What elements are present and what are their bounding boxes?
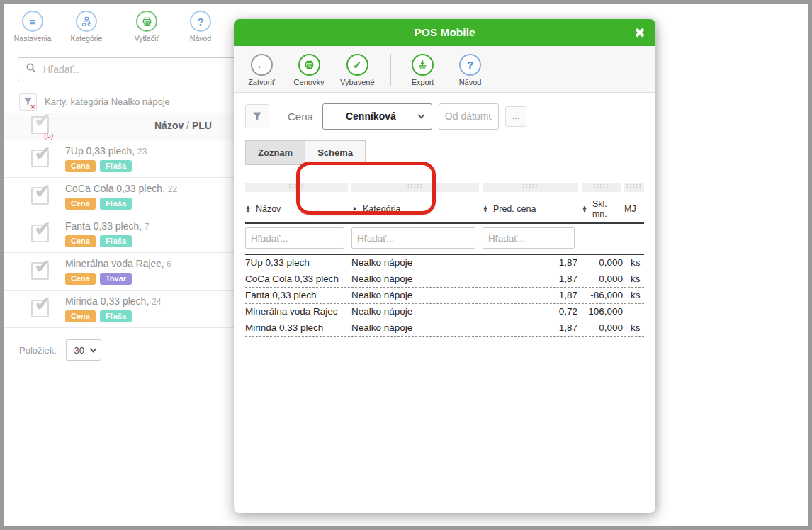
price-filter-row: Cena Cenníková ... xyxy=(245,103,644,130)
sort-arrows-icon: ▲▼ xyxy=(351,207,358,211)
dialog-button-vybavene[interactable]: ✓ Vybavené xyxy=(340,54,375,86)
table-row[interactable]: 7Up 0,33 plech Nealko nápoje 1,87 0,000 … xyxy=(245,255,644,271)
item-checkbox[interactable]: ✔ xyxy=(31,262,49,280)
cell-kategoria: Nealko nápoje xyxy=(351,274,483,284)
more-options-button[interactable]: ... xyxy=(505,106,526,127)
toolbar-button-kategorie[interactable]: Kategórie xyxy=(64,11,109,43)
sort-by-plu-link[interactable]: PLU xyxy=(192,120,212,131)
dialog-button-zatvorit[interactable]: ← Zatvoriť xyxy=(245,54,278,86)
table-row[interactable]: Minerálna voda Rajec Nealko nápoje 0,72 … xyxy=(245,304,644,320)
filter-nazov-input[interactable] xyxy=(245,227,344,249)
item-checkbox[interactable]: ✔ xyxy=(31,150,49,167)
search-input[interactable] xyxy=(43,64,237,75)
item-name: Mirinda 0,33 plech, xyxy=(65,295,149,307)
badge: Cena xyxy=(65,310,96,322)
dialog-button-cenovky[interactable]: Cenovky xyxy=(293,54,325,86)
cell-pred-cena: 1,87 xyxy=(483,257,582,268)
item-checkbox[interactable]: ✔ xyxy=(31,225,49,242)
cell-mj: ks xyxy=(624,322,644,333)
item-plu: 22 xyxy=(168,184,177,194)
price-type-select[interactable]: Cenníková xyxy=(322,103,432,130)
dialog-button-navod[interactable]: ? Návod xyxy=(454,54,487,86)
sidebar-search[interactable] xyxy=(18,57,244,81)
column-resize-row: ::::: ::::: ::::: ::::: ::::: xyxy=(245,183,644,192)
badge: Fľaša xyxy=(100,198,132,210)
item-plu: 24 xyxy=(152,297,161,307)
column-grip-handle[interactable]: ::::: xyxy=(582,183,621,192)
categories-sitemap-icon xyxy=(76,11,97,32)
dialog-button-export[interactable]: xml Export xyxy=(407,54,439,86)
page-size-select[interactable]: 30 xyxy=(66,339,101,361)
selected-count: (5) xyxy=(44,131,53,140)
filter-kategoria-input[interactable] xyxy=(351,227,475,249)
table-filter-row xyxy=(245,224,644,255)
cell-mj: ks xyxy=(624,257,644,268)
filter-title: Karty, kategória Nealko nápoje xyxy=(45,96,170,107)
dialog-body: Cena Cenníková ... Zoznam Schéma ::::: :… xyxy=(234,93,655,513)
help-icon: ? xyxy=(190,11,211,32)
item-name: Minerálna voda Rajec, xyxy=(65,258,164,269)
cell-nazov: Minerálna voda Rajec xyxy=(245,306,351,317)
column-grip-handle[interactable]: ::::: xyxy=(351,183,479,192)
table-header-row: ▲▼ Názov ▲▼ Kategória ▲▼ Pred. cena ▲▼ S… xyxy=(245,195,644,224)
check-icon: ✓ xyxy=(346,54,368,76)
column-header-kategoria[interactable]: ▲▼ Kategória xyxy=(351,204,483,214)
help-icon: ? xyxy=(459,54,481,76)
cell-kategoria: Nealko nápoje xyxy=(351,322,483,333)
sort-arrows-icon: ▲▼ xyxy=(582,205,587,213)
table-row[interactable]: Mirinda 0,33 plech Nealko nápoje 1,87 0,… xyxy=(245,320,644,337)
column-grip-handle[interactable]: ::::: xyxy=(624,183,644,192)
search-icon xyxy=(26,62,37,77)
badge: Fľaša xyxy=(100,235,132,247)
dialog-toolbar: ← Zatvoriť Cenovky ✓ Vybavené xml Export xyxy=(234,46,655,93)
sort-by-nazov-link[interactable]: Názov xyxy=(154,120,184,131)
cell-nazov: CoCa Cola 0,33 plech xyxy=(245,274,351,284)
column-grip-handle[interactable]: ::::: xyxy=(245,183,348,192)
page-size-label: Položiek: xyxy=(19,345,57,356)
item-checkbox[interactable]: ✔ xyxy=(31,187,49,205)
cell-skl-mn: 0,000 xyxy=(582,322,624,333)
date-from-input[interactable] xyxy=(439,103,499,130)
item-plu: 6 xyxy=(167,259,171,269)
badge: Cena xyxy=(65,273,96,285)
column-header-skl-mn[interactable]: ▲▼ Skl. mn. xyxy=(582,199,624,219)
item-name: CoCa Cola 0,33 plech, xyxy=(65,183,165,194)
toolbar-button-navod[interactable]: ? Návod xyxy=(178,11,223,43)
column-header-pred-cena[interactable]: ▲▼ Pred. cena xyxy=(483,204,582,214)
app-window: ≡ Nastavenia Kategórie Vytlačiť ? Návod xyxy=(4,4,808,526)
cell-pred-cena: 1,87 xyxy=(483,290,582,300)
table-row[interactable]: CoCa Cola 0,33 plech Nealko nápoje 1,87 … xyxy=(245,271,644,288)
cell-pred-cena: 0,72 xyxy=(483,306,582,317)
filter-funnel-icon[interactable] xyxy=(245,104,269,128)
cell-skl-mn: -86,000 xyxy=(582,290,624,300)
cell-kategoria: Nealko nápoje xyxy=(351,290,483,300)
tab-schema[interactable]: Schéma xyxy=(305,140,366,165)
toolbar-button-vytlacit[interactable]: Vytlačiť xyxy=(124,11,169,43)
column-header-nazov[interactable]: ▲▼ Názov xyxy=(245,204,351,214)
badge: Tovar xyxy=(100,273,132,285)
toolbar-button-label: Návod xyxy=(190,34,211,43)
item-name: Fanta 0,33 plech, xyxy=(65,220,142,232)
item-checkbox[interactable]: ✔ xyxy=(31,300,49,317)
sort-arrows-icon: ▲▼ xyxy=(483,205,488,213)
toolbar-button-nastavenia[interactable]: ≡ Nastavenia xyxy=(10,11,55,43)
sort-links-separator: / xyxy=(184,120,192,131)
table-row[interactable]: Fanta 0,33 plech Nealko nápoje 1,87 -86,… xyxy=(245,288,644,304)
cell-kategoria: Nealko nápoje xyxy=(351,306,483,317)
item-plu: 7 xyxy=(145,222,150,232)
view-tabs: Zoznam Schéma xyxy=(245,140,644,165)
dialog-header: POS Mobile ✖ xyxy=(234,19,655,46)
close-icon[interactable]: ✖ xyxy=(634,19,645,46)
column-grip-handle[interactable]: ::::: xyxy=(483,183,578,192)
cell-pred-cena: 1,87 xyxy=(483,274,582,284)
cell-mj: ks xyxy=(624,274,644,284)
back-arrow-icon: ← xyxy=(251,54,273,76)
tab-zoznam[interactable]: Zoznam xyxy=(245,140,305,165)
sort-arrows-icon: ▲▼ xyxy=(245,205,251,213)
settings-menu-icon: ≡ xyxy=(22,11,43,32)
item-name: 7Up 0,33 plech, xyxy=(65,145,135,157)
price-filter-label: Cena xyxy=(288,111,313,123)
filter-pred-cena-input[interactable] xyxy=(483,227,575,249)
column-header-mj[interactable]: MJ xyxy=(624,204,644,214)
sort-links: Názov / PLU xyxy=(154,120,212,131)
